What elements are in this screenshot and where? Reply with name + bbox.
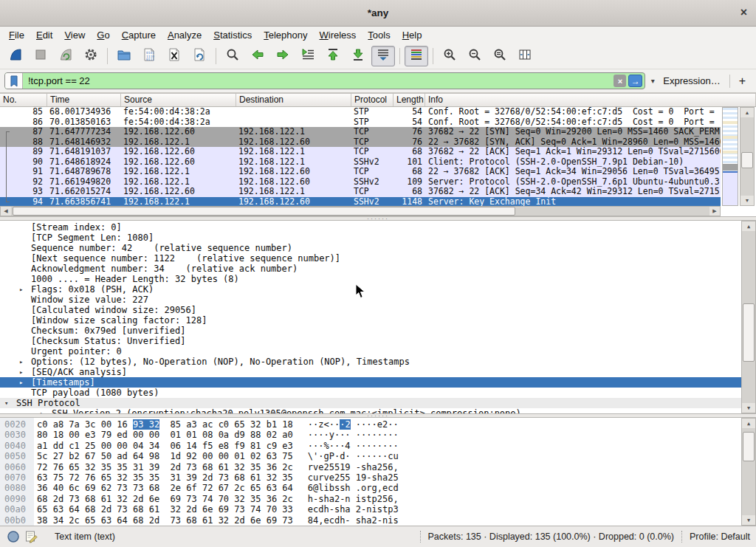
zoom-in-button[interactable] bbox=[438, 46, 461, 66]
packet-row[interactable]: 9171.648789678192.168.122.1192.168.122.6… bbox=[0, 167, 721, 177]
column-header-no[interactable]: No. bbox=[0, 94, 47, 106]
resize-columns-button[interactable] bbox=[513, 46, 537, 66]
column-header-dst[interactable]: Destination bbox=[236, 94, 351, 106]
hex-row[interactable]: 006072 76 65 32 35 35 31 39 2d 73 68 61 … bbox=[4, 462, 756, 472]
detail-row[interactable]: [Stream index: 0] bbox=[0, 222, 756, 233]
menu-edit[interactable]: Edit bbox=[30, 28, 58, 42]
zoom-out-button[interactable] bbox=[463, 46, 487, 66]
packet-list-vscrollbar[interactable]: ▲ ▼ bbox=[740, 107, 755, 206]
profile-status[interactable]: Profile: Default bbox=[690, 531, 750, 542]
hex-bytes[interactable]: 68 2d 73 68 61 32 2d 6e 69 73 74 70 32 3… bbox=[37, 494, 293, 504]
hex-ascii[interactable]: ····y··· ········ bbox=[308, 430, 399, 440]
hex-row[interactable]: 00a065 63 64 68 2d 73 68 61 32 2d 6e 69 … bbox=[4, 504, 756, 515]
scroll-up-icon[interactable]: ▲ bbox=[740, 108, 754, 117]
menu-file[interactable]: File bbox=[3, 28, 30, 42]
detail-row[interactable]: Sequence number: 42 (relative sequence n… bbox=[0, 243, 756, 253]
detail-row[interactable]: ▸Flags: 0x018 (PSH, ACK) bbox=[0, 284, 756, 295]
hex-row[interactable]: 00b038 34 2c 65 63 64 68 2d 73 68 61 32 … bbox=[4, 515, 756, 526]
menu-wireless[interactable]: Wireless bbox=[314, 28, 362, 42]
detail-row[interactable]: Window size value: 227 bbox=[0, 295, 756, 305]
hex-row[interactable]: 009068 2d 73 68 61 32 2d 6e 69 73 74 70 … bbox=[4, 494, 756, 504]
scroll-thumb[interactable] bbox=[743, 432, 755, 461]
hex-dump[interactable]: 0020c0 a8 7a 3c 00 16 93 32 85 a3 ac c0 … bbox=[4, 419, 756, 526]
filter-bookmark-button[interactable] bbox=[5, 73, 23, 89]
hex-bytes[interactable]: a1 dd c1 25 00 00 04 34 06 14 f5 e8 f9 8… bbox=[37, 441, 293, 451]
go-top-button[interactable] bbox=[321, 46, 345, 66]
expand-arrow-icon[interactable]: ▸ bbox=[40, 408, 52, 413]
capture-start-button[interactable] bbox=[4, 46, 27, 66]
expand-arrow-icon[interactable]: ▸ bbox=[19, 367, 31, 377]
menu-view[interactable]: View bbox=[58, 28, 91, 42]
file-reload-button[interactable] bbox=[188, 46, 211, 66]
hex-row[interactable]: 008036 40 6c 69 62 73 73 68 2e 6f 72 67 … bbox=[4, 483, 756, 493]
scroll-down-icon[interactable]: ▼ bbox=[742, 403, 755, 413]
column-header-info[interactable]: Info bbox=[425, 94, 756, 106]
column-header-time[interactable]: Time bbox=[47, 94, 121, 106]
hex-ascii[interactable]: h-sha2-n istp256, bbox=[308, 494, 399, 504]
hex-row[interactable]: 0020c0 a8 7a 3c 00 16 93 32 85 a3 ac c0 … bbox=[4, 419, 756, 430]
hex-bytes[interactable]: 80 18 00 e3 79 ed 00 00 01 01 08 0a d9 8… bbox=[37, 430, 293, 440]
details-vscrollbar[interactable]: ▲ ▼ bbox=[741, 221, 756, 413]
packet-row[interactable]: 9371.662015274192.168.122.60192.168.122.… bbox=[0, 187, 721, 197]
hex-bytes[interactable]: 65 63 64 68 2d 73 68 61 32 2d 6e 69 73 7… bbox=[37, 504, 293, 515]
detail-row[interactable]: 1000 .... = Header Length: 32 bytes (8) bbox=[0, 274, 756, 284]
detail-row[interactable]: TCP payload (1080 bytes) bbox=[0, 388, 756, 398]
scroll-down-icon[interactable]: ▼ bbox=[740, 196, 754, 205]
packet-row[interactable]: 8771.647777234192.168.122.60192.168.122.… bbox=[0, 127, 721, 137]
colorize-button[interactable] bbox=[405, 46, 428, 66]
menu-help[interactable]: Help bbox=[396, 28, 428, 42]
detail-row[interactable]: [Checksum Status: Unverified] bbox=[0, 336, 756, 346]
ascii-selected-chars[interactable]: ·2 bbox=[340, 419, 350, 430]
capture-comment-icon[interactable] bbox=[24, 529, 38, 544]
expand-arrow-icon[interactable]: ▾ bbox=[4, 398, 16, 408]
menu-capture[interactable]: Capture bbox=[116, 28, 162, 42]
detail-row[interactable]: [Calculated window size: 29056] bbox=[0, 305, 756, 315]
scroll-down-icon[interactable]: ▼ bbox=[742, 515, 755, 525]
hex-bytes[interactable]: 38 34 2c 65 63 64 68 2d 73 68 61 32 2d 6… bbox=[37, 515, 293, 526]
menu-analyze[interactable]: Analyze bbox=[162, 28, 207, 42]
filter-apply-button[interactable]: → bbox=[628, 75, 642, 87]
scroll-up-icon[interactable]: ▲ bbox=[742, 221, 755, 231]
hex-row[interactable]: 003080 18 00 e3 79 ed 00 00 01 01 08 0a … bbox=[4, 430, 756, 440]
file-save-button[interactable]: 010111100111 bbox=[137, 46, 161, 66]
go-to-packet-button[interactable] bbox=[296, 46, 320, 66]
menu-statistics[interactable]: Statistics bbox=[207, 28, 258, 42]
detail-row[interactable]: Checksum: 0x79ed [unverified] bbox=[0, 326, 756, 336]
find-packet-button[interactable] bbox=[221, 46, 244, 66]
scroll-right-icon[interactable]: ▶ bbox=[709, 207, 720, 216]
packet-list-minimap[interactable] bbox=[722, 107, 738, 206]
expert-info-icon[interactable] bbox=[6, 529, 21, 544]
scroll-left-icon[interactable]: ◀ bbox=[1, 207, 11, 216]
hex-selected-bytes[interactable]: 93 32 bbox=[133, 419, 159, 430]
detail-row[interactable]: ▸SSH Version 2 (encryption:chacha20-poly… bbox=[0, 408, 756, 413]
detail-row[interactable]: [Window size scaling factor: 128] bbox=[0, 315, 756, 326]
hex-ascii[interactable]: ecdh-sha 2-nistp3 bbox=[308, 504, 399, 515]
packet-row[interactable]: 9271.661949820192.168.122.1192.168.122.6… bbox=[0, 177, 721, 188]
packet-row[interactable]: 8670.013850163fe:54:00:d4:38:2aSTP54Conf… bbox=[0, 117, 721, 128]
menu-telephony[interactable]: Telephony bbox=[258, 28, 313, 42]
filter-dropdown-arrow[interactable]: ▾ bbox=[647, 77, 658, 85]
filter-clear-button[interactable]: × bbox=[614, 75, 626, 87]
go-back-button[interactable] bbox=[246, 46, 269, 66]
detail-row[interactable]: ▸[Timestamps] bbox=[0, 377, 756, 388]
column-header-src[interactable]: Source bbox=[121, 94, 236, 106]
menu-go[interactable]: Go bbox=[91, 28, 115, 42]
hex-row[interactable]: 007063 75 72 76 65 32 35 35 31 39 2d 73 … bbox=[4, 472, 756, 483]
hex-bytes[interactable]: 5c 27 b2 67 50 ad 64 98 1d 92 00 00 01 0… bbox=[37, 451, 293, 461]
detail-row[interactable]: Urgent pointer: 0 bbox=[0, 346, 756, 357]
packet-row[interactable]: 9071.648618924192.168.122.60192.168.122.… bbox=[0, 157, 721, 168]
detail-row[interactable]: ▾SSH Protocol bbox=[0, 398, 756, 408]
expression-button[interactable]: Expression… bbox=[663, 75, 720, 86]
hex-row[interactable]: 0040a1 dd c1 25 00 00 04 34 06 14 f5 e8 … bbox=[4, 441, 756, 451]
packet-row[interactable]: 8971.648191037192.168.122.60192.168.122.… bbox=[0, 147, 721, 157]
detail-row[interactable]: Acknowledgment number: 34 (relative ack … bbox=[0, 264, 756, 274]
file-close-button[interactable] bbox=[162, 46, 186, 66]
hex-ascii[interactable]: \'·gP·d· ······cu bbox=[308, 451, 399, 461]
hex-ascii[interactable]: ··z<···2 ····e2·· bbox=[308, 419, 399, 430]
hex-ascii[interactable]: curve255 19-sha25 bbox=[308, 472, 399, 483]
hex-bytes[interactable]: 36 40 6c 69 62 73 73 68 2e 6f 72 67 2c 6… bbox=[37, 483, 293, 493]
file-open-button[interactable] bbox=[112, 46, 136, 66]
close-button[interactable]: × bbox=[740, 6, 747, 19]
scroll-thumb[interactable] bbox=[13, 207, 515, 216]
capture-options-button[interactable] bbox=[79, 46, 103, 66]
